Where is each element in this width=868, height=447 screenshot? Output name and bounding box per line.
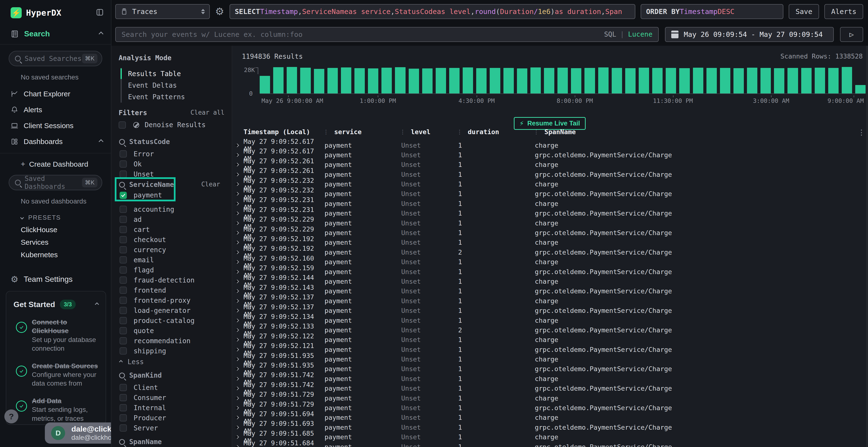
histogram-bar[interactable] — [463, 67, 473, 94]
histogram-bar[interactable] — [300, 68, 311, 94]
histogram-bar[interactable] — [639, 68, 649, 94]
get-started-item[interactable]: Connect to ClickHouseSet up your databas… — [13, 318, 98, 353]
order-by-editor[interactable]: ORDER BY Timestamp DESC — [641, 4, 783, 19]
histogram-bar[interactable] — [842, 67, 852, 94]
column-separator-icon[interactable]: ⋮ — [400, 129, 406, 135]
column-header-timestamp[interactable]: Timestamp (Local) — [244, 128, 324, 136]
filter-option[interactable]: accounting — [120, 204, 194, 214]
collapse-sidebar-icon[interactable] — [95, 8, 104, 18]
filter-option[interactable]: flagd — [120, 265, 194, 275]
histogram-bar[interactable] — [679, 68, 689, 94]
chevron-up-icon[interactable] — [95, 303, 99, 307]
histogram-bar[interactable] — [530, 67, 541, 94]
filter-option[interactable]: fraud-detection — [120, 275, 194, 285]
column-separator-icon[interactable]: ⋮ — [457, 129, 462, 135]
sql-query-editor[interactable]: SELECT Timestamp, ServiceName as service… — [229, 4, 636, 19]
expand-row-icon[interactable] — [235, 153, 239, 157]
filter-option[interactable]: load-generator — [120, 305, 194, 315]
filter-option-payment[interactable]: payment — [120, 191, 162, 199]
save-button[interactable]: Save — [789, 4, 819, 19]
histogram-bar[interactable] — [801, 68, 812, 94]
histogram-bar[interactable] — [287, 67, 297, 94]
column-header-duration[interactable]: ⋮duration — [458, 128, 535, 136]
histogram-bar[interactable] — [612, 68, 622, 94]
histogram-bar[interactable] — [720, 68, 730, 94]
mode-event-patterns[interactable]: Event Patterns — [122, 91, 185, 103]
saved-searches-input[interactable]: Saved Searches ⌘K — [9, 51, 102, 66]
expand-row-icon[interactable] — [235, 328, 239, 332]
histogram-bar[interactable] — [273, 67, 283, 94]
filter-option[interactable]: Error — [120, 149, 154, 159]
histogram-bar[interactable] — [707, 68, 717, 94]
filter-option[interactable]: frontend-proxy — [120, 295, 194, 305]
chevron-up-icon[interactable] — [99, 139, 103, 144]
mode-event-deltas[interactable]: Event Deltas — [122, 79, 185, 91]
histogram-bar[interactable] — [449, 68, 460, 94]
filter-option[interactable]: ad — [120, 214, 194, 225]
filter-option[interactable]: quote — [120, 325, 194, 336]
expand-row-icon[interactable] — [235, 202, 239, 206]
expand-row-icon[interactable] — [235, 386, 239, 390]
create-dashboard-button[interactable]: + Create Dashboard — [0, 153, 111, 169]
histogram-bar[interactable] — [476, 68, 487, 94]
user-menu[interactable]: D dale@clickhouse.com dale@clickhouse.co… — [45, 422, 112, 444]
expand-row-icon[interactable] — [235, 435, 239, 439]
sidebar-item-search[interactable]: Search — [0, 23, 111, 44]
expand-row-icon[interactable] — [235, 280, 239, 283]
histogram-bar[interactable] — [585, 68, 595, 94]
filter-option[interactable]: currency — [120, 245, 194, 255]
expand-row-icon[interactable] — [235, 172, 239, 176]
histogram-bar[interactable] — [625, 68, 636, 94]
sidebar-item-alerts[interactable]: Alerts — [0, 102, 111, 118]
histogram-bar[interactable] — [761, 68, 771, 94]
expand-row-icon[interactable] — [235, 377, 239, 381]
filter-option[interactable]: Server — [120, 423, 166, 433]
filter-option[interactable]: product-catalog — [120, 315, 194, 325]
sql-mode-toggle[interactable]: SQL — [604, 30, 616, 38]
expand-row-icon[interactable] — [235, 241, 239, 244]
clear-all-filters-button[interactable]: Clear all — [190, 109, 224, 117]
histogram-bar[interactable] — [354, 68, 365, 94]
scrollbar[interactable] — [866, 46, 868, 447]
preset-dashboard-link[interactable]: Kubernetes — [0, 246, 111, 259]
expand-row-icon[interactable] — [235, 211, 239, 215]
histogram-bar[interactable] — [855, 85, 866, 94]
histogram-bar[interactable] — [328, 68, 338, 94]
histogram-bar[interactable] — [409, 69, 419, 94]
filter-option[interactable]: Ok — [120, 159, 154, 169]
filter-option[interactable]: Consumer — [120, 392, 166, 403]
expand-row-icon[interactable] — [235, 260, 239, 264]
event-search-box[interactable]: SQL | Lucene — [115, 27, 659, 42]
histogram-bar[interactable] — [436, 68, 446, 94]
column-separator-icon[interactable]: ⋮ — [323, 129, 329, 135]
expand-row-icon[interactable] — [235, 367, 239, 371]
presets-toggle[interactable]: PRESETS — [0, 207, 111, 221]
denoise-results-checkbox[interactable]: Denoise Results — [119, 121, 206, 129]
expand-row-icon[interactable] — [235, 163, 239, 167]
histogram-bar[interactable] — [734, 68, 744, 94]
lucene-mode-toggle[interactable]: Lucene — [628, 30, 652, 38]
table-row[interactable]: May 27 9:09:52.617 AM payment Unset 1 ch… — [235, 138, 868, 147]
filter-option[interactable]: email — [120, 255, 194, 265]
histogram-bar[interactable] — [828, 68, 839, 94]
expand-row-icon[interactable] — [235, 231, 239, 235]
expand-row-icon[interactable] — [235, 357, 239, 361]
histogram-bar[interactable] — [557, 68, 568, 94]
expand-row-icon[interactable] — [235, 309, 239, 313]
spanname-group-header[interactable]: SpanName — [119, 438, 162, 446]
histogram-bar[interactable] — [503, 68, 514, 94]
expand-row-icon[interactable] — [235, 347, 239, 351]
sidebar-item-client-sessions[interactable]: Client Sessions — [0, 118, 111, 134]
table-options-icon[interactable]: ⋮ — [858, 128, 865, 137]
column-header-service[interactable]: ⋮service — [324, 128, 401, 136]
filter-option[interactable]: recommendation — [120, 336, 194, 346]
search-input[interactable] — [122, 30, 600, 38]
run-query-button[interactable]: ▷ — [840, 27, 863, 42]
expand-row-icon[interactable] — [235, 143, 239, 147]
histogram-bar[interactable] — [368, 68, 378, 94]
histogram-bar[interactable] — [693, 68, 703, 94]
help-button[interactable]: ? — [4, 409, 18, 423]
expand-row-icon[interactable] — [235, 416, 239, 419]
filter-option[interactable]: cart — [120, 225, 194, 235]
filter-option[interactable]: Client — [120, 382, 166, 392]
